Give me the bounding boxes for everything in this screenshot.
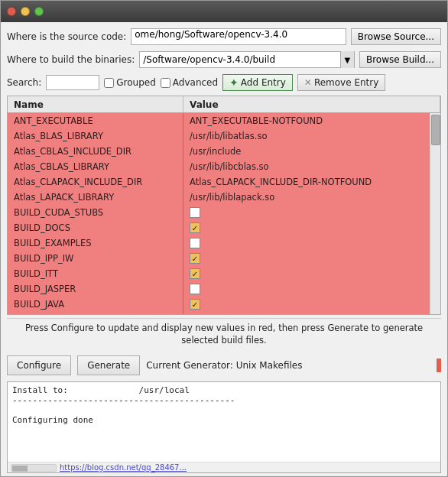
cell-name: BUILD_JPEG [8,312,183,314]
cell-name: BUILD_JAVA [8,297,183,312]
footer-link[interactable]: https://blog.csdn.net/qq_28467... [60,463,187,472]
grouped-checkbox[interactable] [104,78,114,88]
source-row: Where is the source code: ome/hong/Softw… [7,27,441,47]
grouped-checkbox-label[interactable]: Grouped [104,77,156,88]
table-row[interactable]: BUILD_JPEG [8,312,430,314]
advanced-checkbox-label[interactable]: Advanced [161,77,218,88]
cell-name: BUILD_CUDA_STUBS [8,205,183,220]
cell-value[interactable]: ✓ [183,266,430,281]
build-path-display[interactable]: /Software/opencv-3.4.0/build ▼ [139,51,355,68]
cell-value[interactable] [183,281,430,297]
output-text: Install to: /usr/local -----------------… [8,382,440,462]
source-label: Where is the source code: [7,31,126,42]
cell-value: Atlas_CLAPACK_INCLUDE_DIR-NOTFOUND [183,174,430,190]
main-content: Where is the source code: ome/hong/Softw… [1,22,447,476]
cell-checkbox[interactable]: ✓ [190,222,200,233]
cell-name: Atlas_CBLAS_INCLUDE_DIR [8,144,183,159]
table-row[interactable]: BUILD_CUDA_STUBS [8,205,430,220]
table-row[interactable]: BUILD_JASPER [8,281,430,297]
cell-name: BUILD_ITT [8,266,183,281]
cell-checkbox[interactable]: ✓ [190,299,200,310]
browse-build-button[interactable]: Browse Build... [359,51,441,68]
table-body[interactable]: ANT_EXECUTABLEANT_EXECUTABLE-NOTFOUNDAtl… [8,113,430,314]
toolbar-row: Search: Grouped Advanced ✦ Add Entry ✕ R… [7,73,441,92]
status-message: Press Configure to update and display ne… [25,323,423,346]
cell-name: BUILD_EXAMPLES [8,235,183,251]
cell-value[interactable]: ✓ [183,297,430,312]
cell-name: ANT_EXECUTABLE [8,113,183,128]
config-table: Name Value ANT_EXECUTABLEANT_EXECUTABLE-… [7,96,441,315]
cell-name: BUILD_DOCS [8,220,183,235]
cell-value: /usr/lib/libcblas.so [183,159,430,174]
generate-button[interactable]: Generate [77,355,140,375]
cell-name: Atlas_CLAPACK_INCLUDE_DIR [8,174,183,190]
cell-value[interactable] [183,205,430,220]
header-name: Name [8,96,183,112]
table-row[interactable]: Atlas_CBLAS_INCLUDE_DIR/usr/include [8,144,430,159]
cell-value: ANT_EXECUTABLE-NOTFOUND [183,113,430,128]
table-row[interactable]: BUILD_EXAMPLES [8,235,430,251]
cell-checkbox[interactable]: ✓ [190,268,200,279]
browse-source-button[interactable]: Browse Source... [351,28,441,45]
cell-checkbox[interactable] [190,207,200,218]
table-wrapper: ANT_EXECUTABLEANT_EXECUTABLE-NOTFOUNDAtl… [8,113,440,314]
cell-value[interactable]: ✓ [183,251,430,266]
cell-value[interactable] [183,312,430,314]
configure-button[interactable]: Configure [7,355,71,375]
table-scrollbar[interactable] [430,113,440,314]
header-value: Value [183,96,440,112]
output-footer: https://blog.csdn.net/qq_28467... [8,462,440,472]
status-bar: Press Configure to update and display ne… [7,318,441,349]
build-row: Where to build the binaries: /Software/o… [7,50,441,70]
minimize-button[interactable] [21,7,30,16]
plus-icon: ✦ [229,76,239,89]
title-bar [1,1,447,22]
generator-bar [437,359,441,372]
output-scrollbar[interactable] [11,464,57,472]
cell-value: /usr/lib/liblapack.so [183,190,430,205]
cell-name: BUILD_IPP_IW [8,251,183,266]
close-button[interactable] [7,7,16,16]
cell-checkbox[interactable] [190,284,200,294]
table-header: Name Value [8,96,440,113]
generator-label: Current Generator: Unix Makefiles [146,360,430,371]
grouped-label: Grouped [116,77,156,88]
cell-name: Atlas_LAPACK_LIBRARY [8,190,183,205]
table-row[interactable]: Atlas_BLAS_LIBRARY/usr/lib/libatlas.so [8,128,430,144]
output-area: Install to: /usr/local -----------------… [7,381,441,473]
search-input[interactable] [46,75,99,90]
table-row[interactable]: Atlas_CLAPACK_INCLUDE_DIRAtlas_CLAPACK_I… [8,174,430,190]
add-entry-button[interactable]: ✦ Add Entry [222,74,293,91]
remove-entry-button[interactable]: ✕ Remove Entry [297,74,386,91]
cell-checkbox[interactable] [190,238,200,248]
advanced-checkbox[interactable] [161,78,170,88]
cell-name: BUILD_JASPER [8,281,183,297]
scrollbar-thumb[interactable] [431,115,440,145]
table-row[interactable]: BUILD_ITT✓ [8,266,430,281]
cell-name: Atlas_CBLAS_LIBRARY [8,159,183,174]
table-row[interactable]: Atlas_LAPACK_LIBRARY/usr/lib/liblapack.s… [8,190,430,205]
action-row: Configure Generate Current Generator: Un… [7,352,441,378]
table-row[interactable]: Atlas_CBLAS_LIBRARY/usr/lib/libcblas.so [8,159,430,174]
search-label: Search: [7,77,41,88]
table-row[interactable]: BUILD_DOCS✓ [8,220,430,235]
table-row[interactable]: ANT_EXECUTABLEANT_EXECUTABLE-NOTFOUND [8,113,430,128]
remove-entry-label: Remove Entry [314,77,378,88]
cell-value[interactable]: ✓ [183,220,430,235]
table-row[interactable]: BUILD_IPP_IW✓ [8,251,430,266]
cell-checkbox[interactable]: ✓ [190,253,200,264]
maximize-button[interactable] [34,7,44,16]
output-scrollbar-thumb[interactable] [12,466,28,472]
advanced-label: Advanced [173,77,218,88]
x-icon: ✕ [304,77,312,88]
build-label: Where to build the binaries: [7,54,135,65]
main-window: Where is the source code: ome/hong/Softw… [0,0,448,477]
source-path-display[interactable]: ome/hong/Software/opencv-3.4.0 [131,28,346,45]
cell-value[interactable] [183,235,430,251]
cell-name: Atlas_BLAS_LIBRARY [8,128,183,144]
table-row[interactable]: BUILD_JAVA✓ [8,297,430,312]
build-path-arrow[interactable]: ▼ [340,51,354,68]
cell-value: /usr/lib/libatlas.so [183,128,430,144]
add-entry-label: Add Entry [241,77,286,88]
cell-value: /usr/include [183,144,430,159]
